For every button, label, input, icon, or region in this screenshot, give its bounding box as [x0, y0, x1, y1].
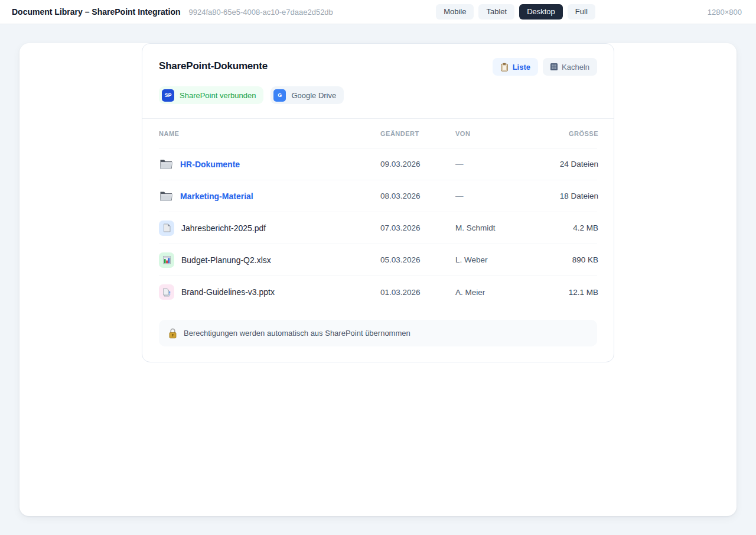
spreadsheet-file-icon — [159, 252, 174, 268]
component-uuid: 9924fa80-65e5-4008-ac10-e7daae2d52db — [189, 8, 333, 17]
file-name[interactable]: Jahresbericht-2025.pdf — [181, 223, 266, 233]
column-header-size: GRÖSSE — [533, 130, 598, 137]
modified-date: 05.03.2026 — [380, 255, 455, 264]
modified-by: — — [455, 160, 533, 168]
item-size: 12.1 MB — [533, 288, 598, 297]
table-row[interactable]: Budget-Planung-Q2.xlsx 05.03.2026 L. Web… — [159, 244, 597, 276]
google-drive-badge: G Google Drive — [271, 86, 344, 104]
file-name[interactable]: Brand-Guidelines-v3.pptx — [181, 287, 275, 297]
modified-date: 07.03.2026 — [380, 223, 455, 232]
library-title: SharePoint-Dokumente — [159, 58, 268, 72]
google-drive-badge-label: Google Drive — [291, 91, 336, 100]
modified-by: M. Schmidt — [455, 223, 533, 232]
modified-date: 08.03.2026 — [380, 192, 455, 200]
preview-surface: SharePoint-Dokumente Liste — [19, 43, 737, 516]
device-button-mobile[interactable]: Mobile — [436, 4, 474, 20]
google-drive-logo-icon: G — [273, 89, 286, 102]
table-row[interactable]: Brand-Guidelines-v3.pptx 01.03.2026 A. M… — [159, 276, 597, 308]
modified-date: 09.03.2026 — [380, 160, 455, 168]
device-button-desktop[interactable]: Desktop — [519, 4, 563, 20]
clipboard-list-icon — [500, 63, 509, 72]
column-header-modified: GEÄNDERT — [380, 130, 455, 137]
device-toggle-group: Mobile Tablet Desktop Full — [436, 4, 595, 20]
tiles-grid-icon — [550, 63, 558, 70]
list-view-label: Liste — [513, 63, 530, 72]
card-header: SharePoint-Dokumente Liste — [142, 44, 614, 118]
documents-table: NAME GEÄNDERT VON GRÖSSE HR-Dokumente — [142, 119, 614, 308]
modified-by: — — [455, 192, 533, 200]
folder-icon — [159, 190, 173, 202]
device-button-full[interactable]: Full — [568, 4, 595, 20]
modified-by: L. Weber — [455, 255, 533, 264]
tiles-view-button[interactable]: Kacheln — [543, 58, 597, 76]
item-size: 890 KB — [533, 255, 598, 264]
sharepoint-badge-label: SharePoint verbunden — [180, 91, 256, 100]
permissions-note-text: Berechtigungen werden automatisch aus Sh… — [184, 329, 410, 338]
folder-name-link[interactable]: Marketing-Material — [180, 192, 253, 201]
table-row[interactable]: Jahresbericht-2025.pdf 07.03.2026 M. Sch… — [159, 212, 597, 244]
sharepoint-logo-icon: SP — [162, 89, 174, 102]
table-row[interactable]: Marketing-Material 08.03.2026 — 18 Datei… — [159, 180, 597, 212]
table-row[interactable]: HR-Dokumente 09.03.2026 — 24 Dateien — [159, 148, 597, 180]
item-size: 18 Dateien — [533, 192, 598, 200]
file-name[interactable]: Budget-Planung-Q2.xlsx — [181, 255, 271, 265]
preview-toolbar: Document Library – SharePoint Integratio… — [0, 0, 756, 24]
folder-icon — [159, 158, 173, 170]
list-view-button[interactable]: Liste — [493, 58, 538, 76]
column-header-name: NAME — [159, 130, 380, 137]
connection-badges: SP SharePoint verbunden G Google Drive — [159, 86, 597, 104]
lock-icon — [168, 328, 177, 339]
viewport-size-label: 1280×800 — [708, 8, 742, 17]
sharepoint-connected-badge: SP SharePoint verbunden — [159, 86, 263, 104]
modified-by: A. Meier — [455, 288, 533, 297]
presentation-file-icon — [159, 284, 174, 300]
modified-date: 01.03.2026 — [380, 288, 455, 297]
page-title: Document Library – SharePoint Integratio… — [12, 7, 181, 17]
pdf-file-icon — [159, 221, 174, 236]
device-button-tablet[interactable]: Tablet — [478, 4, 514, 20]
item-size: 4.2 MB — [533, 223, 598, 232]
folder-name-link[interactable]: HR-Dokumente — [180, 160, 240, 169]
column-header-by: VON — [455, 130, 533, 137]
permissions-note: Berechtigungen werden automatisch aus Sh… — [159, 320, 597, 346]
item-size: 24 Dateien — [533, 160, 598, 168]
view-toggle: Liste Kacheln — [493, 58, 597, 76]
table-header-row: NAME GEÄNDERT VON GRÖSSE — [159, 119, 597, 148]
tiles-view-label: Kacheln — [562, 63, 589, 72]
document-library-card: SharePoint-Dokumente Liste — [142, 43, 614, 362]
